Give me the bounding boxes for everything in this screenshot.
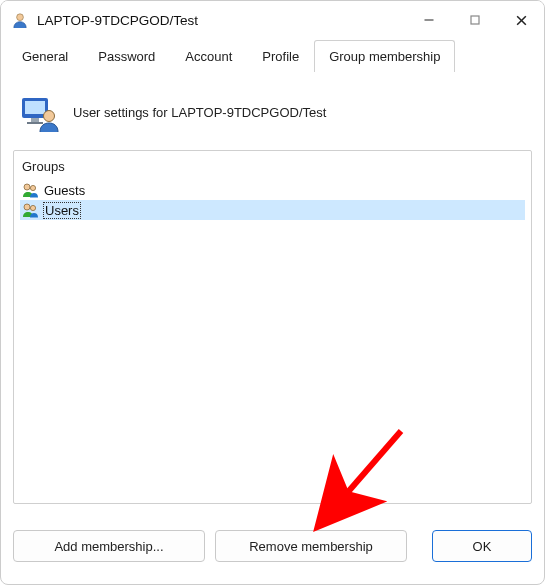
svg-point-11 — [30, 185, 35, 190]
svg-point-9 — [44, 111, 55, 122]
users-group-icon — [22, 182, 38, 198]
svg-rect-6 — [25, 101, 45, 114]
tab-strip: General Password Account Profile Group m… — [1, 39, 544, 72]
users-group-icon — [22, 202, 38, 218]
tab-password[interactable]: Password — [83, 40, 170, 72]
svg-point-12 — [24, 204, 30, 210]
user-icon — [11, 11, 29, 29]
svg-rect-7 — [31, 118, 39, 122]
svg-point-13 — [30, 205, 35, 210]
list-item[interactable]: Users — [20, 200, 525, 220]
tab-profile[interactable]: Profile — [247, 40, 314, 72]
maximize-button[interactable] — [452, 1, 498, 39]
groups-list[interactable]: Groups Guests Users — [13, 150, 532, 504]
svg-point-10 — [24, 184, 30, 190]
add-membership-button[interactable]: Add membership... — [13, 530, 205, 562]
group-name: Users — [44, 203, 80, 218]
dialog-footer: Add membership... Remove membership OK — [1, 516, 544, 574]
window-title: LAPTOP-9TDCPGOD/Test — [37, 13, 406, 28]
groups-heading: Groups — [20, 157, 525, 180]
user-settings-icon — [19, 92, 59, 132]
minimize-button[interactable] — [406, 1, 452, 39]
panel-group-membership: User settings for LAPTOP-9TDCPGOD/Test G… — [1, 72, 544, 516]
group-name: Guests — [44, 183, 85, 198]
remove-membership-button[interactable]: Remove membership — [215, 530, 407, 562]
close-button[interactable] — [498, 1, 544, 39]
window-controls — [406, 1, 544, 39]
tab-group-membership[interactable]: Group membership — [314, 40, 455, 72]
list-item[interactable]: Guests — [20, 180, 525, 200]
tab-general[interactable]: General — [7, 40, 83, 72]
svg-point-0 — [17, 14, 24, 21]
svg-rect-2 — [471, 16, 479, 24]
hero-text: User settings for LAPTOP-9TDCPGOD/Test — [73, 105, 326, 120]
tab-account[interactable]: Account — [170, 40, 247, 72]
hero: User settings for LAPTOP-9TDCPGOD/Test — [13, 88, 532, 150]
svg-rect-8 — [27, 122, 43, 124]
ok-button[interactable]: OK — [432, 530, 532, 562]
titlebar: LAPTOP-9TDCPGOD/Test — [1, 1, 544, 39]
